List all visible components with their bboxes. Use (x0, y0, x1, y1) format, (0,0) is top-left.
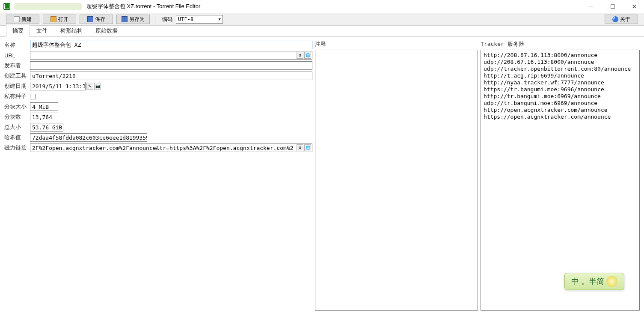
comment-label: 注释 (315, 40, 478, 48)
comment-column: 注释 (315, 40, 478, 311)
about-label: 关于 (620, 16, 630, 23)
piece-size-label: 分块大小 (4, 103, 30, 111)
creator-label: 创建工具 (4, 72, 30, 80)
window-controls: ─ ☐ ✕ (585, 3, 641, 10)
url-label: URL (4, 52, 30, 59)
open-icon (50, 16, 56, 22)
tab-raw[interactable]: 原始数据 (89, 25, 124, 37)
maximize-button[interactable]: ☐ (606, 3, 619, 10)
titlebar-mask (14, 3, 82, 10)
piece-size-input[interactable]: 4 MiB (30, 102, 58, 111)
private-label: 私有种子 (4, 93, 30, 100)
saveas-button[interactable]: 另存为 (116, 15, 150, 24)
hash-value[interactable]: 72daa4f58fdda082c603ce6eee1d8199359434 (30, 133, 147, 142)
ime-text: 中 。半简 (571, 276, 604, 287)
about-button[interactable]: ? 关于 (605, 15, 638, 24)
ime-indicator: 中 。半简 (564, 273, 624, 290)
minimize-button[interactable]: ─ (585, 3, 598, 10)
total-size-value: 53.76 GiB (30, 123, 63, 132)
piece-count-label: 分块数 (4, 113, 30, 121)
encoding-select[interactable]: UTF-8 ▼ (176, 15, 223, 24)
save-label: 保存 (95, 16, 105, 23)
content-area: 名称 超级字体整合包 XZ URL ⧉ 🌐 发布者 创建工具 uTorrent/… (0, 37, 644, 314)
open-label: 打开 (58, 16, 68, 23)
magnet-label: 磁力链接 (4, 144, 30, 152)
new-icon (14, 16, 20, 22)
encoding-label: 编码 (162, 16, 172, 23)
calendar-icon[interactable]: 📷 (94, 83, 101, 90)
private-checkbox[interactable] (30, 94, 36, 99)
url-input[interactable]: ⧉ 🌐 (30, 51, 312, 60)
window-title: 超级字体整合包 XZ.torrent - Torrent File Editor (86, 3, 200, 10)
edit-date-icon[interactable]: ✎ (86, 83, 93, 90)
saveas-icon (122, 16, 128, 22)
save-icon (87, 16, 93, 22)
tab-files[interactable]: 文件 (30, 25, 54, 37)
new-label: 新建 (21, 16, 32, 23)
titlebar: 超级字体整合包 XZ.torrent - Torrent File Editor… (0, 0, 644, 13)
about-icon: ? (612, 16, 618, 22)
name-label: 名称 (4, 41, 30, 49)
creator-input[interactable]: uTorrent/2210 (30, 72, 312, 80)
comment-textarea[interactable] (315, 50, 478, 311)
publisher-input[interactable] (30, 61, 312, 70)
open-magnet-icon[interactable]: 🌐 (304, 144, 311, 151)
save-button[interactable]: 保存 (80, 15, 113, 24)
copy-icon[interactable]: ⧉ (297, 52, 303, 59)
app-icon (3, 3, 10, 10)
new-button[interactable]: 新建 (6, 15, 39, 24)
hash-label: 哈希值 (4, 134, 30, 141)
tab-summary[interactable]: 摘要 (6, 25, 30, 37)
publisher-label: 发布者 (4, 62, 30, 69)
trackers-label: Tracker 服务器 (481, 40, 640, 48)
magnet-input[interactable]: 2F%2Fopen.acgnxtracker.com%2Fannounce&tr… (30, 144, 312, 152)
created-label: 创建日期 (4, 82, 30, 90)
toolbar: 新建 打开 保存 另存为 编码 UTF-8 ▼ ? 关于 (0, 13, 644, 26)
toolbar-separator (155, 15, 155, 24)
open-button[interactable]: 打开 (43, 15, 76, 24)
encoding-value: UTF-8 (178, 16, 193, 22)
saveas-label: 另存为 (129, 16, 145, 23)
globe-icon[interactable]: 🌐 (304, 52, 311, 59)
piece-count-value: 13,764 (30, 113, 58, 121)
ime-flower-icon (606, 276, 617, 287)
created-input[interactable]: 2019/5/11 1:33:37 (30, 82, 86, 90)
tab-bar: 摘要 文件 树形结构 原始数据 (0, 26, 644, 37)
copy-magnet-icon[interactable]: ⧉ (297, 144, 303, 151)
trackers-column: Tracker 服务器 http://208.67.16.113:8000/an… (481, 40, 640, 311)
chevron-down-icon: ▼ (219, 17, 221, 21)
total-size-label: 总大小 (4, 123, 30, 131)
summary-form: 名称 超级字体整合包 XZ URL ⧉ 🌐 发布者 创建工具 uTorrent/… (4, 40, 312, 311)
name-input[interactable]: 超级字体整合包 XZ (30, 41, 312, 49)
trackers-textarea[interactable]: http://208.67.16.113:8000/annonuce udp:/… (481, 50, 640, 311)
tab-tree[interactable]: 树形结构 (54, 25, 89, 37)
close-button[interactable]: ✕ (628, 3, 641, 10)
